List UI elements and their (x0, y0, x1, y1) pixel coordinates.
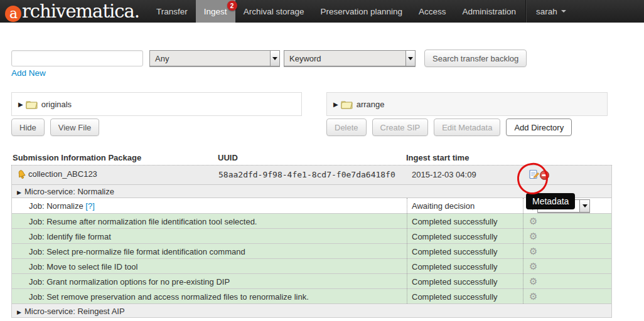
delete-button[interactable]: Delete (326, 118, 367, 136)
top-navigation-bar: archivematica. Transfer Ingest 2 Archiva… (0, 0, 644, 23)
job-status: Awaiting decision (412, 201, 475, 211)
collapsed-triangle-icon[interactable]: ▶ (17, 189, 21, 196)
create-sip-button[interactable]: Create SIP (372, 118, 429, 136)
job-row: Job: Move to select file ID tool Complet… (12, 258, 611, 273)
nav-item-ingest-label: Ingest (204, 7, 227, 16)
job-row: Job: Identify file format Completed succ… (12, 228, 611, 243)
edit-metadata-button[interactable]: Edit Metadata (434, 118, 500, 136)
column-separator (523, 214, 523, 228)
job-status: Completed successfully (412, 292, 498, 301)
nav-item-access[interactable]: Access (411, 0, 454, 23)
column-separator (523, 259, 523, 273)
column-separator (407, 244, 407, 258)
originals-folder-label[interactable]: originals (41, 100, 72, 109)
header-ingest-start-time: Ingest start time (406, 153, 469, 162)
nav-divider (525, 0, 527, 23)
archivematica-logo[interactable]: archivematica. (0, 0, 148, 23)
search-field-selected-value: Any (150, 51, 270, 66)
search-type-select[interactable]: Keyword (284, 50, 416, 66)
column-separator (523, 274, 523, 288)
gear-icon[interactable]: ⚙ (529, 231, 537, 242)
job-row-normalize-decision: Job: Normalize [?] Awaiting decision (12, 197, 611, 213)
job-label: Job: Resume after normalization file ide… (29, 216, 257, 226)
logo-wordmark: rchivematica. (22, 1, 139, 22)
arrange-tree-panel: ▶ arrange (326, 92, 608, 116)
collapsed-triangle-icon[interactable]: ▶ (17, 308, 21, 315)
help-link[interactable]: [?] (85, 201, 94, 211)
microservice-row-reingest-aip[interactable]: ▶Micro-service: Reingest AIP (12, 303, 611, 317)
logo-a-icon: a (5, 6, 21, 22)
column-separator (523, 229, 523, 243)
job-label: Job: Move to select file ID tool (29, 261, 137, 271)
gear-icon[interactable]: ⚙ (529, 216, 537, 227)
sip-table: Submission Information Package UUID Inge… (11, 152, 612, 318)
column-separator (407, 289, 407, 303)
expander-triangle-icon[interactable]: ▶ (333, 101, 338, 108)
add-new-link[interactable]: Add New (11, 68, 46, 78)
job-label: Job: Select pre-normalize file format id… (29, 246, 245, 256)
arrange-actions: Delete Create SIP Edit Metadata Add Dire… (326, 118, 572, 136)
nav-item-archival-storage[interactable]: Archival storage (235, 0, 313, 23)
nav-item-ingest[interactable]: Ingest 2 (196, 0, 235, 23)
chevron-down-icon (561, 10, 566, 13)
originals-tree-panel: ▶ originals (11, 92, 302, 116)
job-status: Completed successfully (412, 261, 498, 271)
header-uuid: UUID (218, 153, 238, 162)
add-directory-button[interactable]: Add Directory (506, 118, 572, 136)
nav-item-transfer[interactable]: Transfer (148, 0, 196, 23)
folder-icon (341, 100, 353, 109)
select-arrow-icon[interactable] (270, 51, 279, 66)
job-status: Completed successfully (412, 231, 498, 241)
search-field-select[interactable]: Any (149, 50, 280, 66)
column-separator (407, 198, 407, 213)
column-separator (523, 289, 523, 303)
originals-actions: Hide View File (11, 118, 99, 136)
sip-uuid: 58aa2dfd-9f98-4fe1-8cd7-f0e7da6418f0 (218, 170, 395, 179)
job-status: Completed successfully (412, 276, 498, 286)
column-separator (407, 274, 407, 288)
folder-icon (26, 100, 38, 109)
expander-triangle-icon[interactable]: ▶ (18, 101, 23, 108)
column-separator (523, 244, 523, 258)
job-label: Job: Set remove preservation and access … (29, 292, 309, 301)
metadata-icon[interactable] (529, 169, 539, 180)
job-status: Completed successfully (412, 216, 498, 226)
bell-icon (16, 169, 27, 182)
search-transfer-backlog-button[interactable]: Search transfer backlog (424, 50, 527, 67)
sip-row[interactable]: collection_ABC123 58aa2dfd-9f98-4fe1-8cd… (12, 166, 611, 184)
job-row: Job: Select pre-normalize file format id… (12, 243, 611, 258)
select-arrow-icon[interactable] (405, 51, 415, 66)
search-type-selected-value: Keyword (284, 51, 405, 66)
view-file-button[interactable]: View File (50, 118, 100, 136)
gear-icon[interactable]: ⚙ (529, 291, 537, 302)
nav-item-preservation-planning[interactable]: Preservation planning (312, 0, 411, 23)
job-row: Job: Set remove preservation and access … (12, 288, 611, 303)
microservice-row-normalize[interactable]: ▶Micro-service: Normalize (12, 184, 611, 197)
gear-icon[interactable]: ⚙ (529, 261, 537, 272)
job-status: Completed successfully (412, 246, 498, 256)
nav-items: Transfer Ingest 2 Archival storage Prese… (148, 0, 574, 23)
job-label: Job: Grant normalization options for no … (29, 276, 230, 286)
job-row: Job: Grant normalization options for no … (12, 273, 611, 288)
gear-icon[interactable]: ⚙ (529, 276, 537, 287)
hide-button[interactable]: Hide (11, 118, 45, 136)
nav-item-administration[interactable]: Administration (454, 0, 525, 23)
user-menu[interactable]: sarah (528, 0, 574, 23)
job-label: Job: Normalize [?] (29, 201, 95, 211)
microservice-label: ▶Micro-service: Normalize (17, 187, 114, 196)
select-arrow-icon[interactable] (579, 200, 589, 212)
search-input[interactable] (11, 50, 143, 66)
ingest-page: archivematica. Transfer Ingest 2 Archiva… (0, 0, 644, 321)
metadata-tooltip: Metadata (526, 193, 575, 209)
header-sip: Submission Information Package (13, 153, 141, 162)
job-row: Job: Resume after normalization file ide… (12, 213, 611, 228)
logo-text: archivematica. (5, 0, 139, 23)
gear-icon[interactable]: ⚙ (529, 246, 537, 257)
sip-table-header: Submission Information Package UUID Inge… (11, 152, 612, 166)
column-separator (407, 259, 407, 273)
microservice-label: ▶Micro-service: Reingest AIP (17, 306, 125, 315)
sip-name[interactable]: collection_ABC123 (28, 169, 97, 179)
arrange-folder-label[interactable]: arrange (357, 100, 385, 109)
remove-icon[interactable] (540, 171, 549, 180)
sip-start-time: 2015-12-03 04:09 (412, 170, 476, 179)
